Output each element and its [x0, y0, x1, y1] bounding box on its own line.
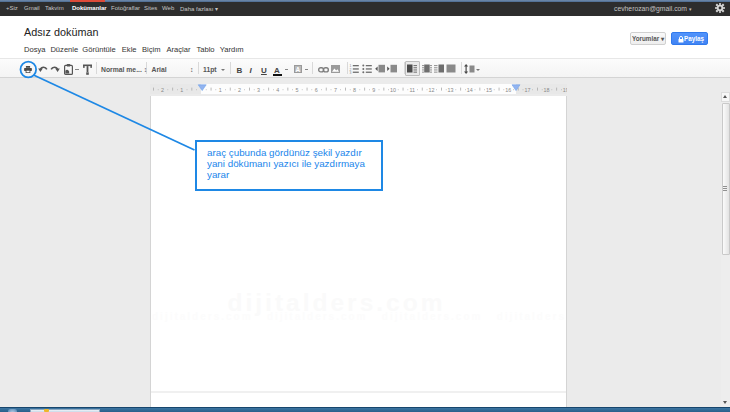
svg-text:11: 11	[409, 87, 415, 93]
svg-text:7: 7	[334, 87, 337, 93]
svg-text:18: 18	[544, 87, 550, 93]
svg-text:3: 3	[257, 87, 260, 93]
svg-text:4: 4	[276, 87, 279, 93]
svg-text:6: 6	[315, 87, 318, 93]
svg-text:3: 3	[349, 70, 351, 73]
svg-text:19: 19	[563, 87, 567, 93]
svg-text:14: 14	[467, 87, 473, 93]
svg-text:2: 2	[238, 87, 241, 93]
svg-text:13: 13	[448, 87, 454, 93]
svg-text:16: 16	[505, 87, 511, 93]
svg-text:1: 1	[180, 87, 183, 93]
svg-text:5: 5	[296, 87, 299, 93]
svg-text:8: 8	[353, 87, 356, 93]
svg-text:12: 12	[428, 87, 434, 93]
svg-text:17: 17	[524, 87, 530, 93]
svg-text:10: 10	[390, 87, 396, 93]
svg-text:2: 2	[161, 87, 164, 93]
svg-text:15: 15	[486, 87, 492, 93]
svg-text:9: 9	[372, 87, 375, 93]
svg-text:1: 1	[219, 87, 222, 93]
